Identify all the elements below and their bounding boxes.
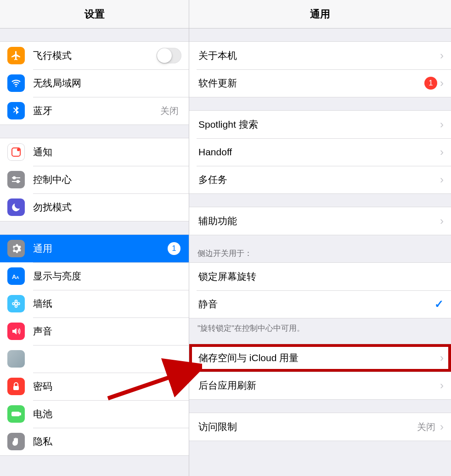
notification-icon [7, 143, 25, 161]
wifi-icon [7, 74, 25, 92]
svg-rect-14 [13, 386, 19, 390]
chevron-right-icon: › [440, 146, 444, 159]
side-switch-section-footer: "旋转锁定"在控制中心中可用。 [189, 318, 451, 334]
group-side-switch: 锁定屏幕旋转 静音 ✓ [189, 262, 451, 318]
row-siri[interactable] [0, 345, 189, 373]
about-label: 关于本机 [198, 49, 237, 62]
row-privacy[interactable]: 隐私 [0, 428, 189, 455]
bgrefresh-label: 后台应用刷新 [198, 379, 256, 392]
airplane-label: 飞行模式 [33, 49, 72, 62]
svg-point-2 [17, 148, 20, 151]
chevron-right-icon: › [440, 77, 444, 90]
detail-general: 通用 关于本机 › 软件更新 1 › Spotlight 搜索 › Handof… [189, 0, 451, 476]
general-badge: 1 [168, 242, 180, 255]
hand-icon [7, 433, 25, 450]
wallpaper-label: 墙纸 [33, 297, 52, 310]
general-label: 通用 [33, 242, 52, 255]
chevron-right-icon: › [440, 351, 444, 364]
row-lock-rotation[interactable]: 锁定屏幕旋转 [189, 263, 451, 290]
row-accessibility[interactable]: 辅助功能 › [189, 207, 451, 235]
row-display-brightness[interactable]: AA 显示与亮度 [0, 262, 189, 290]
privacy-label: 隐私 [33, 435, 52, 448]
bluetooth-icon [7, 102, 25, 119]
header-right-title: 通用 [310, 7, 330, 21]
bluetooth-value: 关闭 [160, 105, 179, 117]
svg-rect-16 [20, 413, 21, 415]
accessibility-label: 辅助功能 [198, 215, 237, 227]
group-accessibility: 辅助功能 › [189, 207, 451, 235]
airplane-switch[interactable] [157, 48, 181, 63]
row-general[interactable]: 通用 1 [0, 235, 189, 262]
row-multitask[interactable]: 多任务 › [189, 166, 451, 193]
passwords-label: 密码 [33, 380, 52, 393]
row-mute[interactable]: 静音 ✓ [189, 290, 451, 318]
chevron-right-icon: › [440, 379, 444, 392]
group-spotlight: Spotlight 搜索 › Handoff › 多任务 › [189, 110, 451, 194]
svg-point-10 [15, 300, 17, 302]
siri-icon [7, 350, 25, 368]
battery-icon [7, 405, 25, 423]
row-handoff[interactable]: Handoff › [189, 138, 451, 166]
svg-point-12 [12, 303, 15, 305]
header-right: 通用 [189, 0, 451, 28]
restrict-label: 访问限制 [198, 420, 237, 433]
row-airplane-mode[interactable]: 飞行模式 [0, 42, 189, 69]
multitask-label: 多任务 [198, 173, 227, 186]
row-spotlight[interactable]: Spotlight 搜索 › [189, 111, 451, 138]
svg-point-13 [17, 303, 20, 305]
gear-icon [7, 240, 25, 257]
sound-icon [7, 323, 25, 340]
svg-point-11 [15, 305, 17, 307]
row-software-update[interactable]: 软件更新 1 › [189, 69, 451, 97]
chevron-right-icon: › [440, 173, 444, 186]
restrict-value: 关闭 [417, 421, 435, 433]
header-left-title: 设置 [85, 7, 105, 21]
row-do-not-disturb[interactable]: 勿扰模式 [0, 193, 189, 221]
moon-icon [7, 198, 25, 216]
group-network: 飞行模式 无线局域网 蓝牙 关闭 [0, 41, 189, 125]
row-restrictions[interactable]: 访问限制 关闭 › [189, 413, 451, 441]
group-general: 通用 1 AA 显示与亮度 墙纸 声音 [0, 234, 189, 456]
lock-rotation-label: 锁定屏幕旋转 [198, 270, 256, 283]
chevron-right-icon: › [440, 215, 444, 227]
svg-text:A: A [16, 275, 19, 280]
row-storage-icloud[interactable]: 储存空间与 iCloud 用量 › [189, 344, 451, 372]
group-restrictions: 访问限制 关闭 › [189, 413, 451, 441]
group-storage: 储存空间与 iCloud 用量 › 后台应用刷新 › [189, 344, 451, 400]
chevron-right-icon: › [440, 49, 444, 62]
storage-label: 储存空间与 iCloud 用量 [198, 351, 299, 364]
chevron-right-icon: › [440, 420, 444, 433]
dnd-label: 勿扰模式 [33, 201, 72, 214]
sidebar-settings: 设置 飞行模式 无线局域网 蓝牙 关闭 [0, 0, 189, 476]
side-switch-section-header: 侧边开关用于： [189, 235, 451, 262]
row-notifications[interactable]: 通知 [0, 138, 189, 166]
wallpaper-icon [7, 295, 25, 312]
group-notifications: 通知 控制中心 勿扰模式 [0, 138, 189, 221]
update-label: 软件更新 [198, 77, 237, 90]
mute-label: 静音 [198, 298, 218, 311]
row-bluetooth[interactable]: 蓝牙 关闭 [0, 97, 189, 125]
handoff-label: Handoff [198, 147, 232, 158]
chevron-right-icon: › [440, 118, 444, 131]
row-battery[interactable]: 电池 [0, 400, 189, 428]
group-about-update: 关于本机 › 软件更新 1 › [189, 41, 451, 97]
lock-icon [7, 378, 25, 395]
display-label: 显示与亮度 [33, 270, 81, 283]
bluetooth-label: 蓝牙 [33, 104, 52, 117]
row-wallpaper[interactable]: 墙纸 [0, 290, 189, 317]
svg-point-0 [16, 86, 17, 87]
svg-point-9 [15, 302, 17, 305]
sound-label: 声音 [33, 325, 52, 338]
row-wifi[interactable]: 无线局域网 [0, 69, 189, 97]
row-passwords[interactable]: 密码 [0, 373, 189, 400]
control-label: 控制中心 [33, 173, 72, 186]
svg-rect-15 [12, 412, 19, 416]
row-control-center[interactable]: 控制中心 [0, 166, 189, 193]
row-about[interactable]: 关于本机 › [189, 42, 451, 69]
row-sound[interactable]: 声音 [0, 317, 189, 345]
battery-label: 电池 [33, 408, 52, 420]
notifications-label: 通知 [33, 146, 52, 159]
row-background-refresh[interactable]: 后台应用刷新 › [189, 372, 451, 399]
display-aA-icon: AA [7, 267, 25, 285]
update-badge: 1 [424, 77, 437, 90]
